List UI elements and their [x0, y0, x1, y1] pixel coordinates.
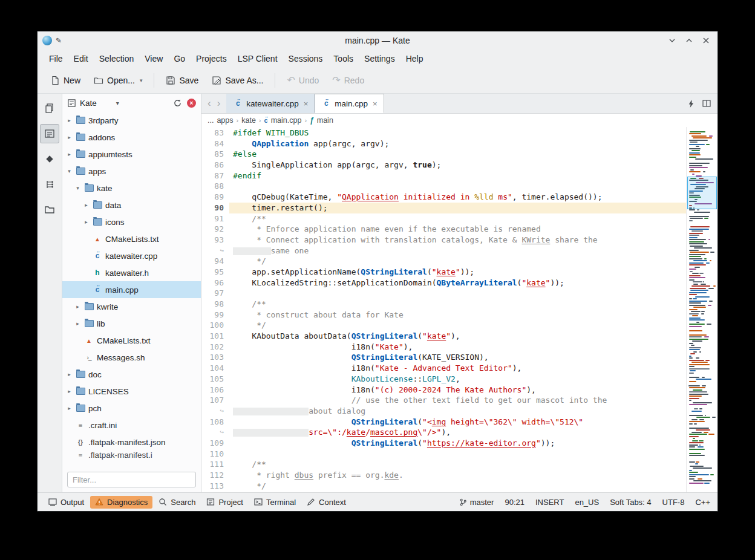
save-as-button[interactable]: Save As...	[206, 72, 269, 89]
split-view-icon[interactable]	[702, 99, 711, 108]
terminal-button[interactable]: Terminal	[249, 496, 301, 509]
context-button[interactable]: Context	[302, 496, 351, 509]
tree-item-appiumtests[interactable]: ▸appiumtests	[62, 146, 201, 163]
tree-item-icons[interactable]: ▸icons	[62, 213, 201, 230]
menu-edit[interactable]: Edit	[68, 51, 94, 66]
filter-input[interactable]	[67, 472, 196, 487]
open-button[interactable]: Open... ▾	[88, 72, 148, 89]
chevron-right-icon[interactable]: ▸	[74, 304, 81, 310]
breadcrumb-item-main[interactable]: main	[317, 116, 333, 125]
chevron-right-icon[interactable]: ▸	[66, 117, 73, 123]
tree-item-katewaiter.h[interactable]: hkatewaiter.h	[62, 264, 201, 281]
project-button[interactable]: Project	[201, 496, 247, 509]
code-line-105[interactable]: 105 KAboutLicense::LGPL_V2,	[201, 374, 686, 385]
tree-item-cmakelists.txt[interactable]: ▲CMakeLists.txt	[62, 332, 201, 349]
save-button[interactable]: Save	[160, 72, 204, 89]
code-line-111[interactable]: 111 /**	[201, 459, 686, 470]
menu-file[interactable]: File	[44, 51, 68, 66]
chevron-down-icon[interactable]: ▾	[74, 185, 81, 191]
code-line-88[interactable]: 88	[201, 181, 686, 192]
code-line-106[interactable]: 106 i18n("(c) 2000-2024 The Kate Authors…	[201, 385, 686, 396]
menu-help[interactable]: Help	[400, 51, 429, 66]
breadcrumb-ellipsis[interactable]: ...	[208, 116, 214, 125]
code-line-93[interactable]: 93 * Connect application with translatio…	[201, 235, 686, 246]
code-line-95[interactable]: 95 app.setApplicationName(QStringLiteral…	[201, 267, 686, 278]
code-line-87[interactable]: 87#endif	[201, 171, 686, 181]
code-line-109[interactable]: 109 QStringLiteral("https://kate-editor.…	[201, 438, 686, 449]
code-line-85[interactable]: 85#else	[201, 149, 686, 160]
minimize-button[interactable]	[668, 36, 676, 45]
code-line-101[interactable]: 101 KAboutData aboutData(QStringLiteral(…	[201, 331, 686, 342]
tree-item-kate[interactable]: ▾kate	[62, 180, 201, 197]
menu-go[interactable]: Go	[168, 51, 191, 66]
chevron-down-icon[interactable]: ▾	[66, 168, 73, 174]
code-line-91[interactable]: 91 /**	[201, 213, 686, 224]
menu-sessions[interactable]: Sessions	[283, 51, 328, 66]
highlight-mode[interactable]: C++	[695, 498, 710, 507]
new-button[interactable]: New	[45, 72, 86, 89]
minimap[interactable]	[686, 127, 717, 492]
code-line-99[interactable]: 99 * construct about data for Kate	[201, 310, 686, 321]
close-button[interactable]	[702, 36, 710, 45]
code-line-107[interactable]: 107 // use the other text field to get o…	[201, 395, 686, 406]
code-line-96[interactable]: 96 KLocalizedString::setApplicationDomai…	[201, 278, 686, 288]
tree-item-apps[interactable]: ▾apps	[62, 163, 201, 180]
code-line-wrap[interactable]: ↪about dialog	[201, 406, 686, 417]
diagnostics-button[interactable]: Diagnostics	[90, 496, 152, 509]
minimap-viewport[interactable]	[687, 177, 717, 209]
menu-settings[interactable]: Settings	[359, 51, 400, 66]
tree-item-.craft.ini[interactable]: ≡.craft.ini	[62, 417, 201, 434]
tree-item-doc[interactable]: ▸doc	[62, 366, 201, 383]
tree-item-cmakelists.txt[interactable]: ▲CMakeLists.txt	[62, 230, 201, 247]
chevron-right-icon[interactable]: ▸	[66, 371, 73, 377]
chevron-right-icon[interactable]: ▸	[66, 405, 73, 411]
code-lines[interactable]: 83#ifdef WITH_DBUS84 QApplication app(ar…	[201, 127, 686, 492]
tab-katewaiter-cpp[interactable]: c̈ katewaiter.cpp ×	[226, 94, 315, 113]
code-line-wrap[interactable]: ↪src=\":/kate/mascot.png\"/>"),	[201, 427, 686, 438]
menu-tools[interactable]: Tools	[328, 51, 359, 66]
chevron-right-icon[interactable]: ▸	[83, 202, 90, 208]
chevron-right-icon[interactable]: ▸	[66, 134, 73, 140]
tab-main-cpp[interactable]: c̈ main.cpp ×	[315, 94, 384, 113]
quick-actions-icon[interactable]	[687, 99, 696, 108]
git-branch-indicator[interactable]: master	[459, 498, 494, 507]
breadcrumb-item-kate[interactable]: kate	[241, 116, 256, 125]
titlebar[interactable]: ✏ main.cpp — Kate	[38, 31, 717, 50]
code-line-89[interactable]: 89 qCDebug(KateTime, "QApplication initi…	[201, 192, 686, 203]
code-line-108[interactable]: 108 QStringLiteral("<img height=\"362\" …	[201, 417, 686, 428]
tree-item-3rdparty[interactable]: ▸3rdparty	[62, 112, 201, 129]
chevron-right-icon[interactable]: ▸	[74, 321, 81, 327]
tree-item-messages.sh[interactable]: ›_Messages.sh	[62, 349, 201, 366]
tab-settings[interactable]: Soft Tabs: 4	[610, 498, 651, 507]
tree-item-.flatpak-manifest.json[interactable]: {}.flatpak-manifest.json	[62, 434, 201, 451]
code-line-100[interactable]: 100 */	[201, 320, 686, 331]
tree-item-katewaiter.cpp[interactable]: c̈katewaiter.cpp	[62, 247, 201, 264]
sidebar-item-projects[interactable]	[40, 124, 59, 143]
menu-projects[interactable]: Projects	[191, 51, 232, 66]
menu-view[interactable]: View	[139, 51, 168, 66]
code-line-103[interactable]: 103 QStringLiteral(KATE_VERSION),	[201, 352, 686, 363]
code-line-97[interactable]: 97	[201, 288, 686, 299]
dictionary[interactable]: en_US	[575, 498, 599, 507]
tree-item-kwrite[interactable]: ▸kwrite	[62, 298, 201, 315]
sidebar-item-documents[interactable]	[40, 99, 59, 118]
panel-close-icon[interactable]: ×	[187, 99, 196, 108]
code-line-110[interactable]: 110	[201, 449, 686, 460]
code-line-94[interactable]: 94 */	[201, 256, 686, 267]
breadcrumb-item-apps[interactable]: apps	[217, 116, 233, 125]
output-button[interactable]: Output	[44, 496, 89, 509]
code-line-113[interactable]: 113 */	[201, 481, 686, 492]
input-mode[interactable]: INSERT	[535, 498, 564, 507]
menu-lsp-client[interactable]: LSP Client	[232, 51, 283, 66]
sidebar-item-symbols[interactable]	[40, 175, 59, 194]
code-line-112[interactable]: 112 * right dbus prefix == org.kde.	[201, 470, 686, 481]
chevron-right-icon[interactable]: ▸	[66, 388, 73, 394]
code-line-wrap[interactable]: ↪same one	[201, 246, 686, 256]
tree-item-main.cpp[interactable]: c̈main.cpp	[62, 281, 201, 298]
tree-item-addons[interactable]: ▸addons	[62, 129, 201, 146]
project-dropdown-icon[interactable]: ▾	[116, 100, 119, 106]
chevron-right-icon[interactable]: ▸	[83, 219, 90, 225]
maximize-button[interactable]	[685, 36, 693, 45]
tab-close-icon[interactable]: ×	[373, 99, 378, 108]
code-line-84[interactable]: 84 QApplication app(argc, argv);	[201, 138, 686, 149]
